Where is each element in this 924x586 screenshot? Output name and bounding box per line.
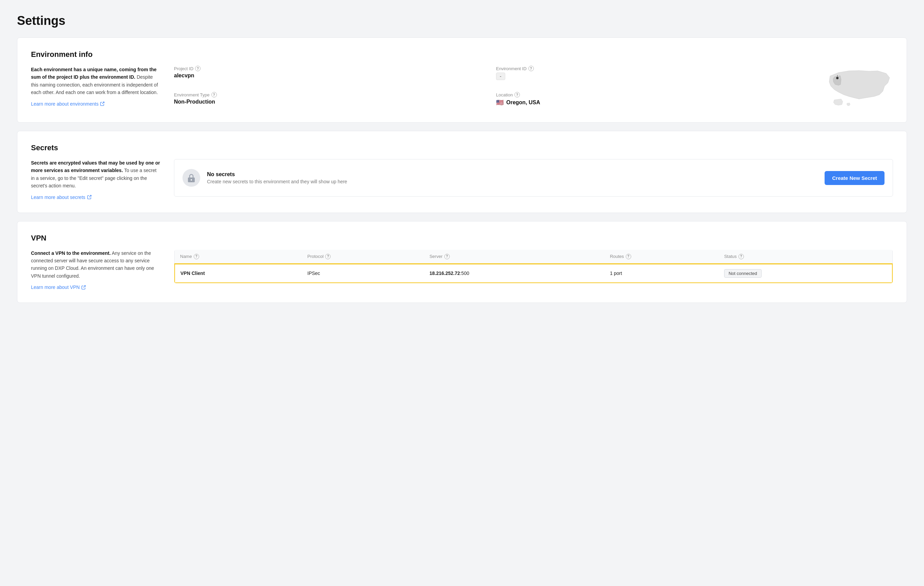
external-link-icon-vpn: [81, 285, 86, 290]
learn-more-secrets-link[interactable]: Learn more about secrets: [31, 195, 92, 200]
name-col-help-icon[interactable]: ?: [194, 254, 199, 259]
th-name: Name ?: [175, 249, 302, 264]
vpn-status-cell: Not connected: [719, 264, 893, 283]
project-id-help-icon[interactable]: ?: [195, 66, 201, 71]
external-link-icon: [100, 101, 104, 106]
th-status: Status ?: [719, 249, 893, 264]
project-id-field: Project ID ? alecvpn: [174, 66, 482, 84]
server-col-help-icon[interactable]: ?: [444, 254, 450, 259]
environment-type-value: Non-Production: [174, 99, 482, 105]
no-secrets-title: No secrets: [207, 171, 818, 177]
lock-icon: [187, 173, 196, 183]
project-id-value: alecvpn: [174, 73, 482, 79]
page-title: Settings: [17, 13, 907, 28]
vpn-protocol-cell: IPSec: [302, 264, 424, 283]
location-help-icon[interactable]: ?: [515, 92, 520, 98]
th-routes: Routes ?: [604, 249, 719, 264]
routes-col-help-icon[interactable]: ?: [626, 254, 631, 259]
vpn-table: Name ? Protocol ? Server: [174, 249, 893, 283]
environment-id-field: Environment ID ? -: [496, 66, 805, 84]
env-type-help-icon[interactable]: ?: [211, 92, 217, 98]
vpn-server-cell: 18.216.252.72:500: [424, 264, 604, 283]
vpn-card: VPN Connect a VPN to the environment. An…: [17, 221, 907, 303]
vpn-table-header-row: Name ? Protocol ? Server: [175, 249, 893, 264]
svg-point-2: [191, 179, 192, 180]
location-value: 🇺🇸 Oregon, USA: [496, 99, 805, 106]
usa-map: [825, 66, 893, 110]
vpn-table-container: Name ? Protocol ? Server: [174, 249, 893, 291]
status-col-help-icon[interactable]: ?: [738, 254, 744, 259]
environment-id-value: -: [496, 73, 805, 80]
environment-type-field: Environment Type ? Non-Production: [174, 92, 482, 110]
environment-info-description: Each environment has a unique name, comi…: [31, 66, 160, 110]
vpn-status-badge: Not connected: [724, 269, 762, 278]
vpn-desc-bold: Connect a VPN to the environment.: [31, 250, 111, 256]
learn-more-vpn-link[interactable]: Learn more about VPN: [31, 285, 86, 290]
external-link-icon-secrets: [87, 195, 92, 199]
secrets-empty-box: No secrets Create new secrets to this en…: [174, 159, 893, 197]
environment-info-title: Environment info: [31, 50, 893, 59]
vpn-name-cell: VPN Client: [175, 264, 302, 283]
vpn-routes-cell: 1 port: [604, 264, 719, 283]
th-server: Server ?: [424, 249, 604, 264]
create-new-secret-button[interactable]: Create New Secret: [825, 171, 884, 185]
th-protocol: Protocol ?: [302, 249, 424, 264]
protocol-col-help-icon[interactable]: ?: [325, 254, 331, 259]
svg-point-0: [836, 77, 838, 79]
vpn-title: VPN: [31, 234, 893, 243]
environment-fields: Project ID ? alecvpn Environment ID ? -: [174, 66, 805, 110]
no-secrets-description: Create new secrets to this environment a…: [207, 179, 818, 184]
lock-icon-wrap: [183, 169, 200, 187]
environment-info-card: Environment info Each environment has a …: [17, 38, 907, 122]
secrets-empty-text: No secrets Create new secrets to this en…: [207, 171, 818, 184]
vpn-description: Connect a VPN to the environment. Any se…: [31, 249, 160, 291]
vpn-table-row[interactable]: VPN Client IPSec 18.216.252.72:500 1 por…: [175, 264, 893, 283]
secrets-title: Secrets: [31, 144, 893, 152]
secrets-content: No secrets Create new secrets to this en…: [174, 159, 893, 200]
location-flag: 🇺🇸: [496, 99, 503, 106]
location-field: Location ? 🇺🇸 Oregon, USA: [496, 92, 805, 110]
secrets-card: Secrets Secrets are encrypted values tha…: [17, 131, 907, 213]
map-container: [818, 66, 893, 110]
learn-more-environments-link[interactable]: Learn more about environments: [31, 101, 104, 107]
env-id-help-icon[interactable]: ?: [528, 66, 534, 71]
secrets-description: Secrets are encrypted values that may be…: [31, 159, 160, 200]
